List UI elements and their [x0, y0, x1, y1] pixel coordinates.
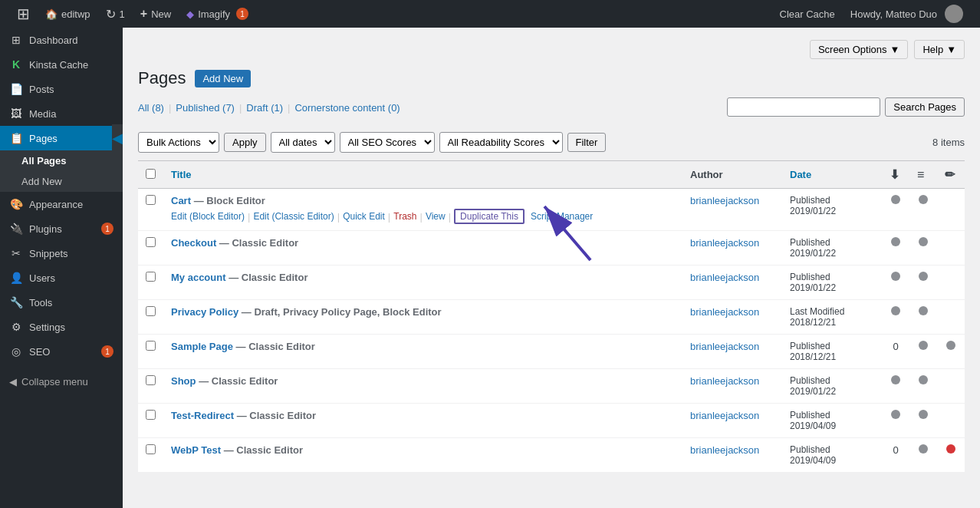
sidebar-item-plugins[interactable]: 🔌 Plugins 1 [0, 216, 123, 241]
shop-link[interactable]: Shop [171, 375, 196, 387]
adminbar-clear-cache[interactable]: Clear Cache [772, 0, 843, 28]
sidebar-item-seo[interactable]: ◎ SEO 1 [0, 339, 123, 364]
sidebar-item-pages[interactable]: 📋 Pages ◀ [0, 126, 123, 150]
row-checkbox[interactable] [146, 341, 156, 351]
apply-label: Apply [232, 137, 258, 148]
page-title: Pages [138, 68, 186, 88]
sidebar-collapse[interactable]: ◀ Collapse menu [0, 370, 123, 394]
title-sort-link[interactable]: Title [171, 169, 192, 180]
row-author: brianleejackson [682, 300, 782, 335]
trash-link[interactable]: Trash [393, 211, 416, 222]
pages-icon: 📋 [9, 132, 23, 144]
filter-cornerstone[interactable]: Cornerstone content (0) [294, 102, 400, 114]
filter-draft[interactable]: Draft (1) [246, 102, 283, 114]
sidebar-item-kinsta[interactable]: K Kinsta Cache [0, 52, 123, 77]
script-manager-link[interactable]: Script Manager [531, 211, 593, 222]
row-title-cell: Privacy Policy — Draft, Privacy Policy P… [163, 300, 682, 335]
col2-dot [919, 444, 928, 454]
seo-scores-select[interactable]: All SEO Scores [340, 132, 435, 153]
row-checkbox[interactable] [146, 306, 156, 316]
select-all-checkbox[interactable] [146, 169, 156, 179]
items-count: 8 items [932, 137, 965, 148]
adminbar-howdy[interactable]: Howdy, Matteo Duo [843, 0, 971, 28]
imagify-badge: 1 [236, 8, 248, 20]
row-checkbox[interactable] [146, 410, 156, 420]
adminbar-site[interactable]: 🏠 editwp [38, 0, 98, 28]
myaccount-link[interactable]: My account [171, 272, 226, 283]
filter-all[interactable]: All (8) [138, 102, 164, 114]
row-cb [138, 266, 163, 300]
filter-published[interactable]: Published (7) [176, 102, 235, 114]
adminbar-imagify[interactable]: ◆ Imagify 1 [179, 0, 256, 28]
sidebar-item-snippets[interactable]: ✂ Snippets [0, 241, 123, 266]
col-header-title[interactable]: Title [163, 161, 682, 189]
sidebar-label-dashboard: Dashboard [29, 35, 78, 46]
dashboard-icon: ⊞ [9, 34, 23, 46]
author-link[interactable]: brianleejackson [690, 444, 759, 456]
cart-link[interactable]: Cart [171, 195, 191, 206]
date-label: Published [790, 410, 874, 421]
sidebar-label-pages: Pages [29, 133, 58, 144]
quick-edit-link[interactable]: Quick Edit [343, 211, 385, 222]
sidebar-item-dashboard[interactable]: ⊞ Dashboard [0, 28, 123, 52]
row-checkbox[interactable] [146, 195, 156, 205]
users-icon: 👤 [9, 272, 23, 284]
sidebar-pages-submenu: All Pages Add New [0, 150, 123, 192]
dates-select[interactable]: All dates [271, 132, 335, 153]
search-input[interactable] [727, 97, 880, 117]
adminbar-wp-logo[interactable]: ⊞ [9, 0, 38, 28]
adminbar-right: Clear Cache Howdy, Matteo Duo [772, 0, 971, 28]
duplicate-this-button[interactable]: Duplicate This [454, 209, 525, 224]
sidebar: ⊞ Dashboard K Kinsta Cache 📄 Posts 🖼 Med… [0, 28, 123, 508]
row-col3 [937, 335, 965, 369]
date-sort-link[interactable]: Date [790, 169, 811, 180]
author-link[interactable]: brianleejackson [690, 306, 759, 318]
help-button[interactable]: Help ▼ [914, 40, 965, 59]
tools-icon: 🔧 [9, 296, 23, 308]
sidebar-item-appearance[interactable]: 🎨 Appearance [0, 192, 123, 216]
author-link[interactable]: brianleejackson [690, 341, 759, 352]
add-new-button[interactable]: Add New [195, 70, 251, 87]
webp-link[interactable]: WebP Test [171, 444, 221, 456]
sidebar-subitem-all-pages[interactable]: All Pages [0, 150, 123, 171]
sidebar-item-posts[interactable]: 📄 Posts [0, 77, 123, 101]
view-link[interactable]: View [426, 211, 446, 222]
search-pages-button[interactable]: Search Pages [885, 97, 965, 117]
row-checkbox[interactable] [146, 237, 156, 247]
row-title: Cart — Block Editor [171, 195, 675, 206]
row-checkbox[interactable] [146, 444, 156, 454]
sidebar-item-tools[interactable]: 🔧 Tools [0, 290, 123, 315]
samplepage-link[interactable]: Sample Page [171, 341, 233, 352]
edit-block-link[interactable]: Edit (Block Editor) [171, 211, 245, 222]
author-link[interactable]: brianleejackson [690, 375, 759, 387]
privacy-link[interactable]: Privacy Policy [171, 306, 238, 318]
sidebar-item-settings[interactable]: ⚙ Settings [0, 315, 123, 339]
filter-button[interactable]: Filter [567, 133, 607, 152]
table-row: WebP Test — Classic Editor brianleejacks… [138, 438, 965, 473]
author-link[interactable]: brianleejackson [690, 195, 759, 206]
adminbar-new[interactable]: + New [133, 0, 179, 28]
apply-button[interactable]: Apply [224, 133, 266, 152]
author-link[interactable]: brianleejackson [690, 410, 759, 421]
sidebar-subitem-add-new[interactable]: Add New [0, 171, 123, 192]
sidebar-item-media[interactable]: 🖼 Media [0, 101, 123, 126]
row-col3 [937, 266, 965, 300]
readability-select[interactable]: All Readability Scores [439, 132, 563, 153]
edit-classic-link[interactable]: Edit (Classic Editor) [253, 211, 334, 222]
bulk-actions-select[interactable]: Bulk Actions [138, 132, 219, 153]
sidebar-item-users[interactable]: 👤 Users [0, 266, 123, 290]
col-header-date[interactable]: Date [782, 161, 882, 189]
row-checkbox[interactable] [146, 375, 156, 385]
screen-options-button[interactable]: Screen Options ▼ [810, 40, 908, 59]
redirect-link[interactable]: Test-Redirect [171, 410, 234, 421]
author-link[interactable]: brianleejackson [690, 237, 759, 249]
row-checkbox[interactable] [146, 272, 156, 282]
row-col3 [937, 231, 965, 266]
snippets-icon: ✂ [9, 247, 23, 259]
adminbar-updates[interactable]: ↻ 1 [98, 0, 133, 28]
author-link[interactable]: brianleejackson [690, 272, 759, 283]
sidebar-label-media: Media [29, 108, 56, 120]
date-value: 2019/01/22 [790, 282, 874, 293]
checkout-link[interactable]: Checkout [171, 237, 216, 249]
row-title-cell: My account — Classic Editor [163, 266, 682, 300]
